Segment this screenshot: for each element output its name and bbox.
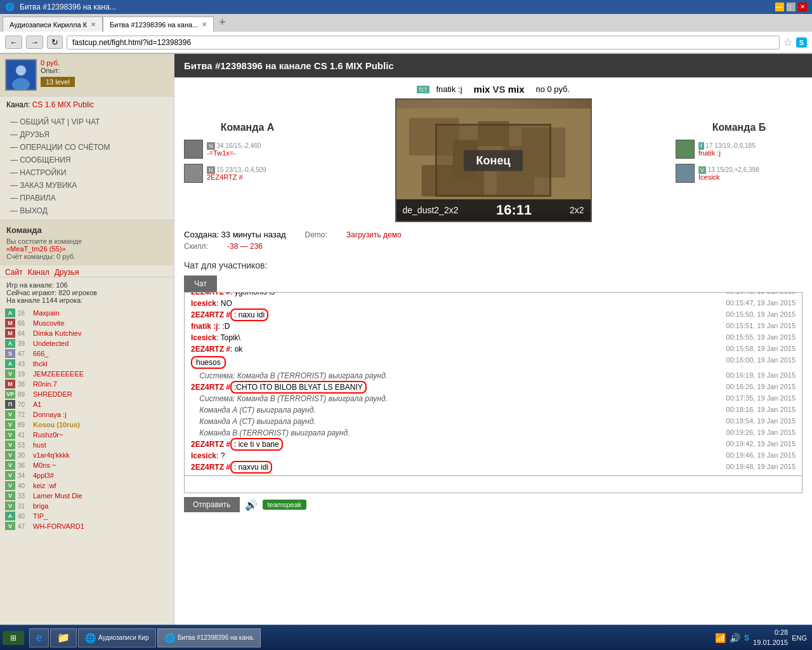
chat-input-field[interactable] [185,476,789,493]
player-badge: V [5,491,15,500]
tab-site[interactable]: Сайт [5,268,23,277]
taskbar-folder-icon[interactable]: 📁 [50,628,77,647]
player-level: 39 [18,340,30,347]
menu-settings[interactable]: — НАСТРОЙКИ [0,166,174,179]
player-name-link[interactable]: Donnaya :j [33,411,67,418]
player-name-link[interactable]: R0nin.7 [33,380,57,388]
player-name-link[interactable]: A1 [33,401,41,408]
player-level: 34 [18,472,30,479]
network-icon[interactable]: 📶 [715,633,726,643]
list-item: 2EZ4RTZ #: naxu idi 00:15:50, 19 Jan 201… [187,309,799,321]
tab-battle[interactable]: Битва #12398396 на кана... ✕ [103,17,214,32]
player-name-link[interactable]: TIP_ [33,512,48,520]
menu-friends[interactable]: — ДРУЗЬЯ [0,128,174,141]
taskbar-browser-item[interactable]: 🌐 Аудиозаписи Кирилла К [78,628,156,647]
skype-tray-icon[interactable]: S [744,633,749,642]
chat-msg-left: 2EZ4RTZ #:CHTO ITO BILOB BLYAT LS EBANIY [191,383,720,392]
chat-username[interactable]: 2EZ4RTZ # [191,440,230,449]
player-name-link[interactable]: 666_ [33,350,48,357]
player-fnatik-link[interactable]: fnatik :j [698,149,721,157]
player-tw1x-link[interactable]: -=Tw1x=- [207,149,236,157]
chat-username[interactable]: 2EZ4RTZ # [191,292,230,296]
player-badge: V [5,420,15,429]
bookmark-icon[interactable]: ☆ [783,36,792,48]
account-balance-link[interactable]: 0 руб. [41,59,60,67]
player-icesick-link[interactable]: Icesick [698,173,720,181]
player-name-link[interactable]: JEMZEEEEEEE [33,370,84,378]
tab-audio-close[interactable]: ✕ [91,21,96,28]
player-name-link[interactable]: Rushz0r~ [33,431,63,439]
channel-link[interactable]: CS 1.6 MIX Public [32,100,94,109]
tab-channel[interactable]: Канал [28,268,49,277]
menu-messages[interactable]: — СООБЩЕНИЯ [0,154,174,166]
menu-music[interactable]: — ЗАКАЗ МУВИКА [0,179,174,192]
chat-username[interactable]: 2EZ4RTZ # [191,463,230,472]
list-item: Icesick: ? 00:19:46, 19 Jan 2015 [187,450,799,461]
chat-msg-left: Команда А (СТ) выиграла раунд. [191,417,720,426]
chat-messages-container[interactable]: Команда А (СТ) выиграла раунд. 00:15:01,… [184,292,802,476]
player-name-link[interactable]: hust [33,441,46,449]
refresh-btn[interactable]: ↻ [47,36,63,49]
back-btn[interactable]: ← [5,36,22,49]
send-button[interactable]: Отправить [184,497,240,512]
chat-text: : ice ti v bane [230,438,283,451]
new-tab-btn[interactable]: + [214,13,231,32]
player-name-link[interactable]: briga [33,502,48,510]
folder-icon: 📁 [57,632,70,644]
player-name-link[interactable]: Muscovite [33,319,65,327]
menu-account[interactable]: — ОПЕРАЦИИ СО СЧЁТОМ [0,141,174,154]
svg-rect-5 [478,121,509,146]
close-btn[interactable]: ✕ [798,3,807,11]
chat-text: : Topik\ [216,333,240,342]
player-name-link[interactable]: WH-FORVARD1 [33,522,84,530]
minimize-btn[interactable]: — [775,3,784,11]
player-name-link[interactable]: 4ppl3# [33,472,54,479]
menu-chat[interactable]: — ОБЩИЙ ЧАТ | VIP ЧАТ [0,116,174,128]
chat-username[interactable]: 2EZ4RTZ # [191,345,230,354]
player-name-link[interactable]: v1ar4q'kkkk [33,451,70,459]
player-name-link[interactable]: keiz :wf [33,482,56,489]
player-2ez4rtz-link[interactable]: 2EZ4RTZ # [207,173,243,181]
chat-tab-button[interactable]: Чат [184,275,217,292]
chat-username[interactable]: fnatik :j [191,322,218,331]
time-display: 0:28 [753,628,788,637]
tab-battle-close[interactable]: ✕ [202,21,207,28]
map-end-overlay: Конец [464,150,523,171]
player-name-link[interactable]: Undetected [33,340,69,347]
window-controls[interactable]: — □ ✕ [775,3,807,11]
team-name-link[interactable]: «MeaT_tm26 (55)» [6,245,66,253]
player-name-link[interactable]: thckl [33,360,48,368]
demo-link[interactable]: Загрузить демо [346,230,402,239]
chat-username[interactable]: Icesick [191,333,216,342]
chat-msg-left: Команда А (СТ) выиграла раунд. [191,406,720,415]
player-name-link[interactable]: Dimka Kutchiev [33,329,81,337]
player-name-link[interactable]: Kosou (10rus) [33,421,80,428]
player-badge: A [5,308,15,317]
player-name-link[interactable]: Lamer Must Die [33,492,82,500]
chat-msg-left: Система: Команда В (TERRORIST) выиграла … [191,394,720,403]
sound-icon[interactable]: 🔊 [730,633,740,643]
player-name-link[interactable]: M0ns ~ [33,461,56,469]
maximize-btn[interactable]: □ [787,3,796,11]
windows-icon: ⊞ [10,633,16,642]
skype-icon[interactable]: S [796,37,807,48]
tab-friends[interactable]: Друзья [55,268,79,277]
list-item: 2EZ4RTZ #: naxvu idi 00:19:48, 19 Jan 20… [187,461,799,473]
player-name-link[interactable]: Maxpain [33,309,60,317]
start-button[interactable]: ⊞ [3,631,24,645]
menu-exit[interactable]: — ВЫХОД [0,204,174,217]
chat-username[interactable]: Icesick [191,451,216,460]
player-name-link[interactable]: SHREDDER [33,390,72,398]
chat-username[interactable]: Icesick [191,299,216,308]
player-icesick: V 13 15/20,+2,6,398 Icesick [676,162,802,184]
player-badge: V [5,471,15,480]
menu-rules[interactable]: — ПРАВИЛА [0,192,174,204]
address-bar[interactable] [67,36,780,50]
player-badge: V [5,522,15,530]
taskbar-battle-item[interactable]: 🌐 Битва #12398396 на кана... [157,628,261,647]
taskbar-ie-icon[interactable]: e [29,628,49,647]
chat-username[interactable]: 2EZ4RTZ # [191,383,230,392]
chat-username[interactable]: 2EZ4RTZ # [191,310,230,319]
forward-btn[interactable]: → [26,36,43,49]
tab-audio[interactable]: Аудиозаписи Кирилла К ✕ [3,17,103,32]
